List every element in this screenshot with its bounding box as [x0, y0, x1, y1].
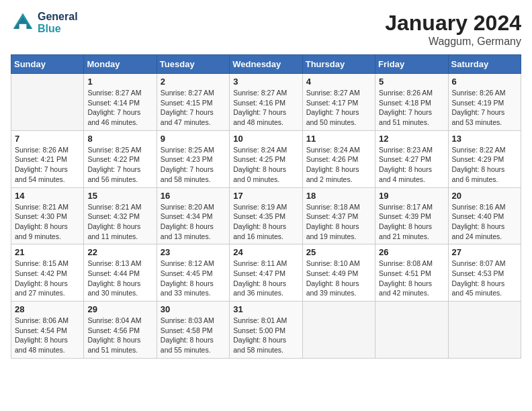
logo-icon — [11, 11, 35, 35]
day-info: Sunrise: 8:21 AM Sunset: 4:30 PM Dayligh… — [15, 202, 80, 242]
day-number: 27 — [452, 247, 517, 257]
calendar-cell: 8Sunrise: 8:25 AM Sunset: 4:22 PM Daylig… — [84, 130, 157, 187]
calendar-cell: 20Sunrise: 8:16 AM Sunset: 4:40 PM Dayli… — [448, 187, 521, 244]
calendar-cell: 29Sunrise: 8:04 AM Sunset: 4:56 PM Dayli… — [84, 302, 157, 359]
day-info: Sunrise: 8:27 AM Sunset: 4:15 PM Dayligh… — [161, 88, 226, 128]
calendar-cell: 3Sunrise: 8:27 AM Sunset: 4:16 PM Daylig… — [230, 74, 302, 131]
day-info: Sunrise: 8:19 AM Sunset: 4:35 PM Dayligh… — [233, 202, 298, 242]
calendar-cell: 9Sunrise: 8:25 AM Sunset: 4:23 PM Daylig… — [157, 130, 229, 187]
day-number: 21 — [15, 247, 80, 257]
calendar-cell: 24Sunrise: 8:11 AM Sunset: 4:47 PM Dayli… — [230, 244, 302, 302]
day-number: 2 — [161, 77, 226, 87]
day-info: Sunrise: 8:24 AM Sunset: 4:25 PM Dayligh… — [233, 145, 298, 185]
day-info: Sunrise: 8:27 AM Sunset: 4:14 PM Dayligh… — [87, 88, 152, 128]
day-number: 28 — [15, 304, 80, 314]
day-number: 31 — [233, 304, 298, 314]
day-info: Sunrise: 8:01 AM Sunset: 5:00 PM Dayligh… — [233, 316, 298, 355]
calendar-cell: 31Sunrise: 8:01 AM Sunset: 5:00 PM Dayli… — [230, 302, 302, 359]
weekday-header: Monday — [84, 55, 157, 74]
day-number: 13 — [452, 134, 517, 144]
day-info: Sunrise: 8:12 AM Sunset: 4:45 PM Dayligh… — [161, 259, 226, 298]
day-number: 11 — [306, 134, 371, 144]
day-number: 10 — [233, 134, 298, 144]
day-number: 24 — [233, 247, 298, 257]
weekday-header: Friday — [375, 55, 448, 74]
calendar-cell: 17Sunrise: 8:19 AM Sunset: 4:35 PM Dayli… — [230, 187, 302, 244]
day-info: Sunrise: 8:25 AM Sunset: 4:22 PM Dayligh… — [87, 145, 152, 185]
page-header: General Blue January 2024 Waggum, German… — [11, 11, 521, 48]
weekday-header: Thursday — [302, 55, 375, 74]
weekday-header: Tuesday — [157, 55, 229, 74]
calendar-cell: 18Sunrise: 8:18 AM Sunset: 4:37 PM Dayli… — [302, 187, 375, 244]
day-number: 7 — [15, 134, 80, 144]
calendar-week-row: 1Sunrise: 8:27 AM Sunset: 4:14 PM Daylig… — [11, 74, 521, 131]
day-info: Sunrise: 8:06 AM Sunset: 4:54 PM Dayligh… — [15, 316, 80, 355]
calendar-cell: 5Sunrise: 8:26 AM Sunset: 4:18 PM Daylig… — [375, 74, 448, 131]
calendar-cell: 14Sunrise: 8:21 AM Sunset: 4:30 PM Dayli… — [11, 187, 84, 244]
day-number: 1 — [87, 77, 152, 87]
day-number: 16 — [161, 191, 226, 201]
calendar-cell: 27Sunrise: 8:07 AM Sunset: 4:53 PM Dayli… — [448, 244, 521, 302]
title-block: January 2024 Waggum, Germany — [385, 11, 521, 48]
day-number: 30 — [161, 304, 226, 314]
day-info: Sunrise: 8:26 AM Sunset: 4:21 PM Dayligh… — [15, 145, 80, 185]
calendar-cell: 12Sunrise: 8:23 AM Sunset: 4:27 PM Dayli… — [375, 130, 448, 187]
calendar-title: January 2024 — [385, 11, 521, 36]
day-info: Sunrise: 8:21 AM Sunset: 4:32 PM Dayligh… — [87, 202, 152, 242]
calendar-location: Waggum, Germany — [385, 36, 521, 48]
calendar-cell: 26Sunrise: 8:08 AM Sunset: 4:51 PM Dayli… — [375, 244, 448, 302]
day-number: 4 — [306, 77, 371, 87]
calendar-cell: 6Sunrise: 8:26 AM Sunset: 4:19 PM Daylig… — [448, 74, 521, 131]
calendar-cell: 2Sunrise: 8:27 AM Sunset: 4:15 PM Daylig… — [157, 74, 229, 131]
calendar-header: SundayMondayTuesdayWednesdayThursdayFrid… — [11, 55, 521, 74]
day-number: 12 — [379, 134, 444, 144]
calendar-cell: 16Sunrise: 8:20 AM Sunset: 4:34 PM Dayli… — [157, 187, 229, 244]
calendar-week-row: 14Sunrise: 8:21 AM Sunset: 4:30 PM Dayli… — [11, 187, 521, 244]
weekday-header: Wednesday — [230, 55, 302, 74]
day-number: 17 — [233, 191, 298, 201]
day-number: 18 — [306, 191, 371, 201]
day-info: Sunrise: 8:27 AM Sunset: 4:17 PM Dayligh… — [306, 88, 371, 128]
calendar-week-row: 21Sunrise: 8:15 AM Sunset: 4:42 PM Dayli… — [11, 244, 521, 302]
day-info: Sunrise: 8:24 AM Sunset: 4:26 PM Dayligh… — [306, 145, 371, 185]
day-number: 15 — [87, 191, 152, 201]
calendar-cell: 11Sunrise: 8:24 AM Sunset: 4:26 PM Dayli… — [302, 130, 375, 187]
logo-text: General Blue — [38, 11, 78, 35]
day-info: Sunrise: 8:10 AM Sunset: 4:49 PM Dayligh… — [306, 259, 371, 298]
day-info: Sunrise: 8:25 AM Sunset: 4:23 PM Dayligh… — [161, 145, 226, 185]
calendar-cell: 21Sunrise: 8:15 AM Sunset: 4:42 PM Dayli… — [11, 244, 84, 302]
day-number: 14 — [15, 191, 80, 201]
day-number: 23 — [161, 247, 226, 257]
day-number: 25 — [306, 247, 371, 257]
logo: General Blue — [11, 11, 78, 35]
day-info: Sunrise: 8:26 AM Sunset: 4:18 PM Dayligh… — [379, 88, 444, 128]
calendar-cell: 1Sunrise: 8:27 AM Sunset: 4:14 PM Daylig… — [84, 74, 157, 131]
day-info: Sunrise: 8:18 AM Sunset: 4:37 PM Dayligh… — [306, 202, 371, 242]
day-info: Sunrise: 8:23 AM Sunset: 4:27 PM Dayligh… — [379, 145, 444, 185]
day-info: Sunrise: 8:22 AM Sunset: 4:29 PM Dayligh… — [452, 145, 517, 185]
day-info: Sunrise: 8:07 AM Sunset: 4:53 PM Dayligh… — [452, 259, 517, 298]
weekday-header: Sunday — [11, 55, 84, 74]
day-info: Sunrise: 8:26 AM Sunset: 4:19 PM Dayligh… — [452, 88, 517, 128]
calendar-cell: 30Sunrise: 8:03 AM Sunset: 4:58 PM Dayli… — [157, 302, 229, 359]
day-info: Sunrise: 8:15 AM Sunset: 4:42 PM Dayligh… — [15, 259, 80, 298]
day-info: Sunrise: 8:13 AM Sunset: 4:44 PM Dayligh… — [87, 259, 152, 298]
day-number: 5 — [379, 77, 444, 87]
day-info: Sunrise: 8:20 AM Sunset: 4:34 PM Dayligh… — [161, 202, 226, 242]
calendar-cell: 13Sunrise: 8:22 AM Sunset: 4:29 PM Dayli… — [448, 130, 521, 187]
calendar-cell: 10Sunrise: 8:24 AM Sunset: 4:25 PM Dayli… — [230, 130, 302, 187]
day-info: Sunrise: 8:04 AM Sunset: 4:56 PM Dayligh… — [87, 316, 152, 355]
day-number: 3 — [233, 77, 298, 87]
calendar-cell: 19Sunrise: 8:17 AM Sunset: 4:39 PM Dayli… — [375, 187, 448, 244]
day-info: Sunrise: 8:03 AM Sunset: 4:58 PM Dayligh… — [161, 316, 226, 355]
calendar-cell — [302, 302, 375, 359]
calendar-cell: 22Sunrise: 8:13 AM Sunset: 4:44 PM Dayli… — [84, 244, 157, 302]
calendar-week-row: 28Sunrise: 8:06 AM Sunset: 4:54 PM Dayli… — [11, 302, 521, 359]
day-number: 19 — [379, 191, 444, 201]
day-number: 29 — [87, 304, 152, 314]
day-number: 6 — [452, 77, 517, 87]
calendar-table: SundayMondayTuesdayWednesdayThursdayFrid… — [11, 54, 521, 359]
calendar-cell — [11, 74, 84, 131]
day-info: Sunrise: 8:17 AM Sunset: 4:39 PM Dayligh… — [379, 202, 444, 242]
calendar-cell: 28Sunrise: 8:06 AM Sunset: 4:54 PM Dayli… — [11, 302, 84, 359]
